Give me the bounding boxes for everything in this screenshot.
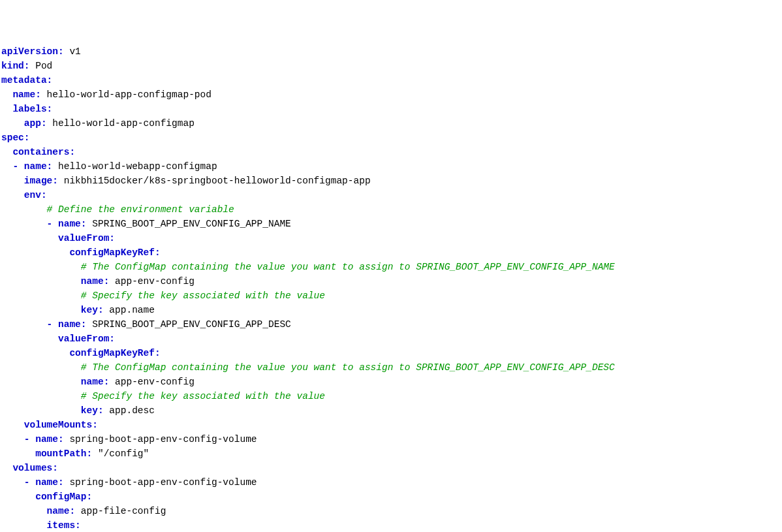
key-container-name: - name: <box>1 161 52 172</box>
val-container-image: nikbhi15docker/k8s-springboot-helloworld… <box>58 176 371 186</box>
key-vm0-mountPath: mountPath: <box>1 448 92 459</box>
key-metadata-name: name: <box>1 89 41 100</box>
val-env0-cm-key: app.name <box>104 305 155 315</box>
key-env1-cm-name: name: <box>1 377 109 387</box>
val-env1-name: SPRING_BOOT_APP_ENV_CONFIG_APP_DESC <box>87 319 291 330</box>
key-apiVersion: apiVersion: <box>1 46 64 57</box>
key-vol0-cm-name: name: <box>1 506 75 516</box>
key-volumes: volumes: <box>1 463 58 473</box>
val-apiVersion: v1 <box>64 46 81 57</box>
val-vol0-name: spring-boot-app-env-config-volume <box>64 477 257 488</box>
key-labels: labels: <box>1 104 52 114</box>
comment-env1-key: # Specify the key associated with the va… <box>1 391 325 401</box>
key-env1-cm-key: key: <box>1 405 104 416</box>
key-env1-name: - name: <box>1 319 87 330</box>
val-vol0-cm-name: app-file-config <box>75 506 166 516</box>
code-container: { "yaml": { "apiVersion_key": "apiVersio… <box>1 16 782 532</box>
val-labels-app: hello-world-app-configmap <box>47 118 195 129</box>
val-env0-cm-name: app-env-config <box>109 276 195 287</box>
key-env0-name: - name: <box>1 219 87 229</box>
key-env1-configMapKeyRef: configMapKeyRef: <box>1 348 161 358</box>
val-kind: Pod <box>30 61 53 71</box>
key-kind: kind: <box>1 61 30 71</box>
key-vol0-name: - name: <box>1 477 64 488</box>
key-spec: spec: <box>1 133 30 143</box>
key-vol0-items: items: <box>1 520 81 531</box>
key-env0-cm-key: key: <box>1 305 104 315</box>
val-vm0-name: spring-boot-app-env-config-volume <box>64 434 257 445</box>
val-env0-name: SPRING_BOOT_APP_ENV_CONFIG_APP_NAME <box>87 219 291 229</box>
key-vol0-configMap: configMap: <box>1 492 92 502</box>
key-env1-valueFrom: valueFrom: <box>1 334 115 344</box>
val-container-name: hello-world-webapp-configmap <box>52 161 217 172</box>
val-env1-cm-key: app.desc <box>104 405 155 416</box>
key-containers: containers: <box>1 147 75 157</box>
yaml-code: apiVersion: v1 kind: Pod metadata: name:… <box>1 44 782 532</box>
comment-env1-configmap: # The ConfigMap containing the value you… <box>1 362 615 373</box>
comment-define-env: # Define the environment variable <box>1 204 234 215</box>
val-metadata-name: hello-world-app-configmap-pod <box>41 89 211 100</box>
key-container-image: image: <box>1 176 58 186</box>
key-labels-app: app: <box>1 118 47 129</box>
key-volumeMounts: volumeMounts: <box>1 420 98 430</box>
val-env1-cm-name: app-env-config <box>109 377 195 387</box>
key-env0-cm-name: name: <box>1 276 109 287</box>
key-env0-configMapKeyRef: configMapKeyRef: <box>1 247 161 258</box>
key-vm0-name: - name: <box>1 434 64 445</box>
comment-env0-key: # Specify the key associated with the va… <box>1 290 325 301</box>
key-env0-valueFrom: valueFrom: <box>1 233 115 243</box>
val-vm0-mountPath: "/config" <box>92 448 149 459</box>
comment-env0-configmap: # The ConfigMap containing the value you… <box>1 262 615 272</box>
key-metadata: metadata: <box>1 75 52 86</box>
key-env: env: <box>1 190 47 200</box>
